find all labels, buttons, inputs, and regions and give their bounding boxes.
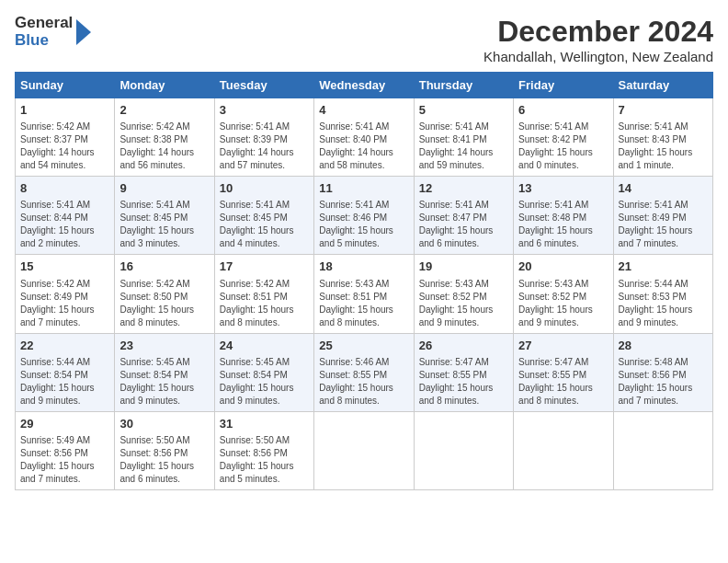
day-cell: 26Sunrise: 5:47 AMSunset: 8:55 PMDayligh…: [414, 333, 513, 411]
day-detail: and 7 minutes.: [619, 395, 708, 408]
day-cell: 23Sunrise: 5:45 AMSunset: 8:54 PMDayligh…: [115, 333, 214, 411]
day-detail: Sunrise: 5:41 AM: [119, 199, 209, 212]
day-detail: Sunset: 8:45 PM: [119, 212, 209, 224]
day-detail: Daylight: 15 hours: [220, 224, 309, 237]
day-detail: Daylight: 15 hours: [619, 382, 708, 395]
day-detail: Sunset: 8:43 PM: [619, 133, 708, 146]
day-number: 7: [619, 102, 708, 119]
day-detail: and 8 minutes.: [119, 316, 209, 329]
day-detail: Sunrise: 5:41 AM: [619, 199, 708, 212]
day-detail: Sunset: 8:55 PM: [319, 369, 408, 382]
day-detail: Daylight: 15 hours: [319, 382, 408, 395]
day-detail: and 6 minutes.: [119, 473, 209, 486]
day-detail: Sunrise: 5:43 AM: [419, 278, 508, 291]
day-detail: Daylight: 15 hours: [619, 224, 708, 237]
day-cell: [613, 411, 712, 489]
day-cell: 1Sunrise: 5:42 AMSunset: 8:37 PMDaylight…: [16, 98, 115, 177]
day-detail: and 1 minute.: [619, 159, 708, 172]
day-detail: Sunrise: 5:49 AM: [20, 434, 109, 447]
day-detail: Sunrise: 5:50 AM: [119, 434, 209, 447]
day-detail: Sunrise: 5:44 AM: [20, 356, 109, 369]
day-detail: Sunset: 8:37 PM: [20, 133, 109, 146]
day-cell: 20Sunrise: 5:43 AMSunset: 8:52 PMDayligh…: [514, 255, 613, 333]
day-detail: Sunrise: 5:41 AM: [419, 121, 508, 133]
week-row-1: 1Sunrise: 5:42 AMSunset: 8:37 PMDaylight…: [16, 98, 713, 177]
day-detail: Sunset: 8:56 PM: [220, 447, 309, 460]
day-cell: 9Sunrise: 5:41 AMSunset: 8:45 PMDaylight…: [115, 177, 214, 255]
day-number: 4: [319, 102, 408, 119]
day-detail: and 8 minutes.: [419, 395, 508, 408]
day-detail: Sunset: 8:47 PM: [419, 212, 508, 224]
day-cell: 7Sunrise: 5:41 AMSunset: 8:43 PMDaylight…: [613, 98, 712, 177]
day-detail: and 0 minutes.: [518, 159, 608, 172]
header-row: SundayMondayTuesdayWednesdayThursdayFrid…: [16, 73, 713, 98]
day-cell: [314, 411, 414, 489]
day-number: 22: [20, 338, 109, 354]
day-detail: Sunset: 8:54 PM: [220, 369, 309, 382]
day-number: 29: [20, 416, 109, 432]
day-number: 30: [119, 416, 209, 432]
day-cell: [514, 411, 613, 489]
day-detail: Sunrise: 5:45 AM: [119, 356, 209, 369]
day-number: 5: [419, 102, 508, 119]
day-detail: Sunrise: 5:47 AM: [419, 356, 508, 369]
day-detail: Sunset: 8:48 PM: [518, 212, 608, 224]
day-detail: and 4 minutes.: [220, 237, 309, 250]
day-detail: Daylight: 15 hours: [518, 146, 608, 159]
day-detail: Sunset: 8:44 PM: [20, 212, 109, 224]
day-detail: Sunset: 8:52 PM: [518, 291, 608, 304]
day-detail: and 6 minutes.: [419, 237, 508, 250]
day-detail: and 5 minutes.: [319, 237, 408, 250]
day-cell: 5Sunrise: 5:41 AMSunset: 8:41 PMDaylight…: [414, 98, 513, 177]
day-detail: and 9 minutes.: [220, 395, 309, 408]
day-detail: Sunrise: 5:43 AM: [319, 278, 408, 291]
day-detail: Daylight: 15 hours: [220, 304, 309, 316]
day-detail: and 7 minutes.: [20, 473, 109, 486]
day-detail: Sunset: 8:56 PM: [20, 447, 109, 460]
day-detail: Sunset: 8:49 PM: [20, 291, 109, 304]
header-cell-wednesday: Wednesday: [314, 73, 414, 98]
day-detail: Daylight: 14 hours: [319, 146, 408, 159]
day-detail: Sunset: 8:40 PM: [319, 133, 408, 146]
day-number: 12: [419, 180, 508, 197]
day-detail: Daylight: 15 hours: [20, 304, 109, 316]
day-number: 28: [619, 338, 708, 354]
day-number: 17: [220, 259, 309, 275]
day-cell: 4Sunrise: 5:41 AMSunset: 8:40 PMDaylight…: [314, 98, 414, 177]
day-cell: 21Sunrise: 5:44 AMSunset: 8:53 PMDayligh…: [613, 255, 712, 333]
day-cell: 6Sunrise: 5:41 AMSunset: 8:42 PMDaylight…: [514, 98, 613, 177]
day-detail: Sunrise: 5:42 AM: [20, 278, 109, 291]
day-detail: and 7 minutes.: [20, 316, 109, 329]
day-detail: and 58 minutes.: [319, 159, 408, 172]
header-cell-sunday: Sunday: [16, 73, 115, 98]
day-detail: Sunrise: 5:42 AM: [20, 121, 109, 133]
day-detail: Daylight: 15 hours: [419, 382, 508, 395]
day-detail: Sunset: 8:49 PM: [619, 212, 708, 224]
day-number: 3: [220, 102, 309, 119]
day-detail: and 9 minutes.: [20, 395, 109, 408]
day-detail: Sunrise: 5:47 AM: [518, 356, 608, 369]
day-detail: Sunset: 8:53 PM: [619, 291, 708, 304]
day-number: 11: [319, 180, 408, 197]
day-detail: Daylight: 15 hours: [220, 460, 309, 473]
header-cell-thursday: Thursday: [414, 73, 513, 98]
header-cell-monday: Monday: [115, 73, 214, 98]
day-cell: 27Sunrise: 5:47 AMSunset: 8:55 PMDayligh…: [514, 333, 613, 411]
day-cell: 29Sunrise: 5:49 AMSunset: 8:56 PMDayligh…: [16, 411, 115, 489]
day-detail: Daylight: 15 hours: [119, 382, 209, 395]
day-detail: Daylight: 15 hours: [20, 382, 109, 395]
header-cell-saturday: Saturday: [613, 73, 712, 98]
day-detail: Sunset: 8:42 PM: [518, 133, 608, 146]
day-detail: Sunset: 8:38 PM: [119, 133, 209, 146]
day-detail: Sunset: 8:56 PM: [619, 369, 708, 382]
header: General Blue December 2024 Khandallah, W…: [15, 15, 713, 64]
day-detail: and 8 minutes.: [220, 316, 309, 329]
day-number: 14: [619, 180, 708, 197]
day-detail: and 3 minutes.: [119, 237, 209, 250]
day-cell: 17Sunrise: 5:42 AMSunset: 8:51 PMDayligh…: [214, 255, 313, 333]
day-number: 16: [119, 259, 209, 275]
day-number: 8: [20, 180, 109, 197]
svg-marker-0: [76, 19, 91, 45]
logo-wordmark: General Blue: [15, 15, 73, 49]
day-detail: Daylight: 15 hours: [119, 304, 209, 316]
